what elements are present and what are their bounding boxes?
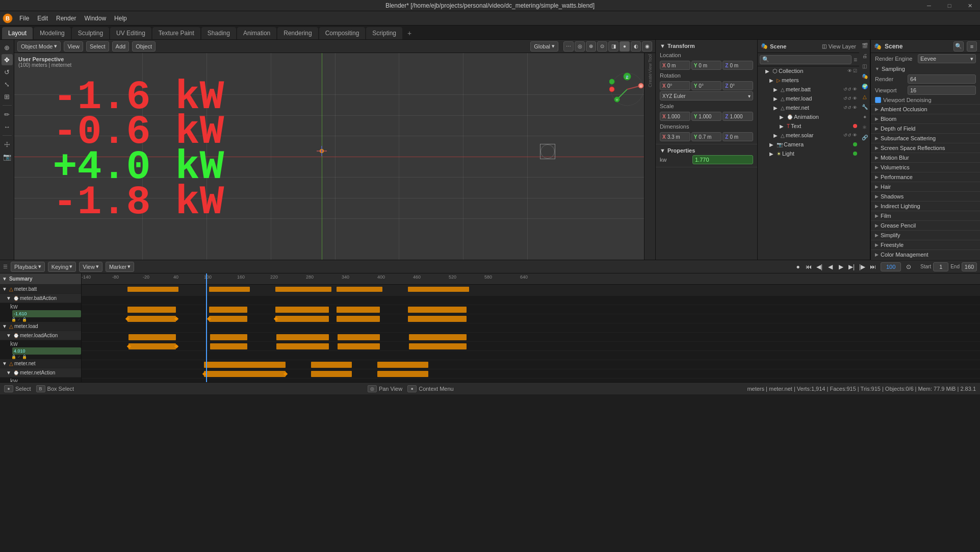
properties-header[interactable]: ▼ Properties: [658, 146, 755, 155]
rotate-tool[interactable]: ↺: [2, 66, 13, 78]
play-btn-icon[interactable]: ●: [793, 262, 803, 271]
next-keyframe-btn[interactable]: |▶: [858, 262, 867, 271]
scene-props-filter[interactable]: ≡: [967, 41, 977, 52]
shading-material[interactable]: ◐: [631, 41, 641, 52]
outliner-item-meter-net[interactable]: ▶ △ meter.net ↺↺ 👁: [758, 103, 859, 112]
outliner-search-input[interactable]: 🔍: [760, 55, 852, 64]
constraint-icon-btn[interactable]: 🔗: [860, 133, 869, 142]
outliner-item-meter-solar[interactable]: ▶ △ meter.solar ↺↺ 👁: [758, 131, 859, 140]
shading-solid[interactable]: ●: [620, 41, 630, 52]
jump-start-btn[interactable]: ⏮: [804, 262, 813, 271]
view-layer-icon-btn[interactable]: ◫: [860, 61, 869, 70]
euler-mode-dropdown[interactable]: XYZ Euler ▾: [660, 91, 753, 101]
menu-file[interactable]: File: [15, 13, 33, 24]
tab-texture-paint[interactable]: Texture Paint: [152, 27, 200, 39]
next-frame-btn[interactable]: ▶|: [847, 262, 856, 271]
channel-meter-net[interactable]: ▼ △ meter.net: [0, 359, 81, 368]
location-y-field[interactable]: Y 0 m: [691, 61, 722, 70]
render-section-title-2[interactable]: ▶ Depth of Field: [871, 124, 980, 133]
channel-summary[interactable]: ▼ Summary: [0, 273, 81, 285]
channel-load-action[interactable]: ▼ ⌚ meter.loadAction: [0, 331, 81, 340]
scene-props-search[interactable]: 🔍: [953, 41, 964, 52]
viewport-samples-field[interactable]: 16: [908, 86, 976, 95]
object-menu[interactable]: Object: [132, 41, 156, 52]
render-section-title-12[interactable]: ▶ Grease Pencil: [871, 221, 980, 230]
outliner-item-meter-batt[interactable]: ▶ △ meter.batt ↺↺ 👁: [758, 85, 859, 94]
render-section-title-1[interactable]: ▶ Bloom: [871, 114, 980, 123]
outliner-item-meter-load[interactable]: ▶ △ meter.load ↺↺ 👁: [758, 94, 859, 103]
world-icon-btn[interactable]: 🌍: [860, 82, 869, 91]
proportional-edit-button[interactable]: ◎: [575, 41, 585, 52]
xray-button[interactable]: ◨: [608, 41, 618, 52]
select-menu[interactable]: Select: [86, 41, 109, 52]
channel-meter-load[interactable]: ▼ △ meter.load: [0, 322, 81, 331]
location-x-field[interactable]: X 0 m: [660, 61, 690, 70]
prev-keyframe-btn[interactable]: ◀|: [815, 262, 824, 271]
menu-edit[interactable]: Edit: [33, 13, 52, 24]
dimensions-z-field[interactable]: Z 0 m: [723, 132, 753, 141]
global-dropdown[interactable]: Global ▾: [530, 41, 558, 52]
object-icon-btn[interactable]: △: [860, 92, 869, 101]
playback-menu[interactable]: Playback ▾: [11, 262, 45, 272]
channel-batt-kw[interactable]: kw -1.610 🔒 ✓ 🔒: [0, 303, 81, 322]
output-icon-btn[interactable]: 🖨: [860, 51, 869, 60]
render-section-title-7[interactable]: ▶ Performance: [871, 172, 980, 182]
3d-viewport[interactable]: Object Mode ▾ View Select Add Object Glo…: [14, 40, 655, 260]
dimensions-x-field[interactable]: X 3.3 m: [660, 132, 690, 141]
physics-icon-btn[interactable]: ⚛: [860, 122, 869, 132]
transform-header[interactable]: ▼ Transform: [658, 42, 755, 50]
outliner-item-light[interactable]: ▶ ☀ Light: [758, 149, 859, 158]
outliner-item-animation[interactable]: ▶ ⌚ Animation: [758, 112, 859, 121]
channel-batt-action[interactable]: ▼ ⌚ meter.battAction: [0, 294, 81, 303]
minimize-button[interactable]: ─: [919, 0, 939, 11]
outliner-item-text[interactable]: ▶ T Text: [758, 121, 859, 131]
measure-tool[interactable]: ↔: [2, 121, 13, 132]
render-section-title-11[interactable]: ▶ Film: [871, 211, 980, 220]
end-frame-input[interactable]: 160: [962, 262, 977, 271]
current-frame-input[interactable]: 100: [881, 262, 901, 271]
scale-x-field[interactable]: X 1.000: [660, 112, 690, 121]
render-section-title-15[interactable]: ▶ Color Management: [871, 250, 980, 259]
menu-window[interactable]: Window: [80, 13, 110, 24]
channel-meter-batt[interactable]: ▼ △ meter.batt: [0, 285, 81, 294]
create-label[interactable]: Create: [648, 73, 653, 87]
render-section-title-10[interactable]: ▶ Indirect Lighting: [871, 202, 980, 211]
tab-shading[interactable]: Shading: [201, 27, 236, 39]
render-section-title-3[interactable]: ▶ Subsurface Scattering: [871, 134, 980, 143]
view-label[interactable]: View: [648, 63, 653, 73]
render-section-title-6[interactable]: ▶ Volumetrics: [871, 163, 980, 172]
scale-tool[interactable]: ⤡: [2, 79, 13, 90]
tab-compositing[interactable]: Compositing: [319, 27, 366, 39]
render-engine-dropdown[interactable]: Eevee ▾: [918, 54, 976, 63]
render-section-title-9[interactable]: ▶ Shadows: [871, 192, 980, 201]
scale-y-field[interactable]: Y 1.000: [691, 112, 722, 121]
channel-load-kw[interactable]: kw 4.010 🔒 ✓ 🔒: [0, 340, 81, 359]
outliner-item-collection[interactable]: ▶ ⬡ Collection 👁 ☑: [758, 66, 859, 76]
menu-render[interactable]: Render: [52, 13, 80, 24]
viewport-canvas[interactable]: User Perspective (100) meters | meternet…: [14, 53, 655, 260]
tab-scripting[interactable]: Scripting: [366, 27, 402, 39]
view-menu-tl[interactable]: View ▾: [79, 262, 102, 272]
timeline-menu-icon[interactable]: ☰: [3, 264, 8, 269]
channel-net-action[interactable]: ▼ ⌚ meter.netAction: [0, 368, 81, 378]
keying-menu[interactable]: Keying ▾: [48, 262, 76, 272]
kw-value-field[interactable]: 1.770: [692, 155, 753, 164]
camera-tool[interactable]: 📷: [2, 151, 13, 162]
dimensions-y-field[interactable]: Y 0.7 m: [691, 132, 722, 141]
outliner-item-meters[interactable]: ▶ ▷ meters: [758, 76, 859, 85]
maximize-button[interactable]: □: [939, 0, 960, 11]
render-section-title-0[interactable]: ▶ Ambient Occlusion: [871, 105, 980, 114]
tab-animation[interactable]: Animation: [237, 27, 276, 39]
render-section-title-8[interactable]: ▶ Hair: [871, 182, 980, 191]
play-btn[interactable]: ▶: [836, 262, 845, 271]
transform-tool[interactable]: ⊞: [2, 91, 13, 102]
add-menu[interactable]: Add: [112, 41, 130, 52]
scene-icon-btn[interactable]: 🎭: [860, 71, 869, 81]
tool-label[interactable]: Tool: [648, 54, 653, 63]
denoising-checkbox[interactable]: [875, 97, 881, 103]
view-menu[interactable]: View: [64, 41, 83, 52]
annotate-tool[interactable]: ✏: [2, 109, 13, 120]
particle-icon-btn[interactable]: ✦: [860, 112, 869, 121]
render-samples-field[interactable]: 64: [908, 74, 976, 84]
object-mode-dropdown[interactable]: Object Mode ▾: [17, 41, 61, 52]
